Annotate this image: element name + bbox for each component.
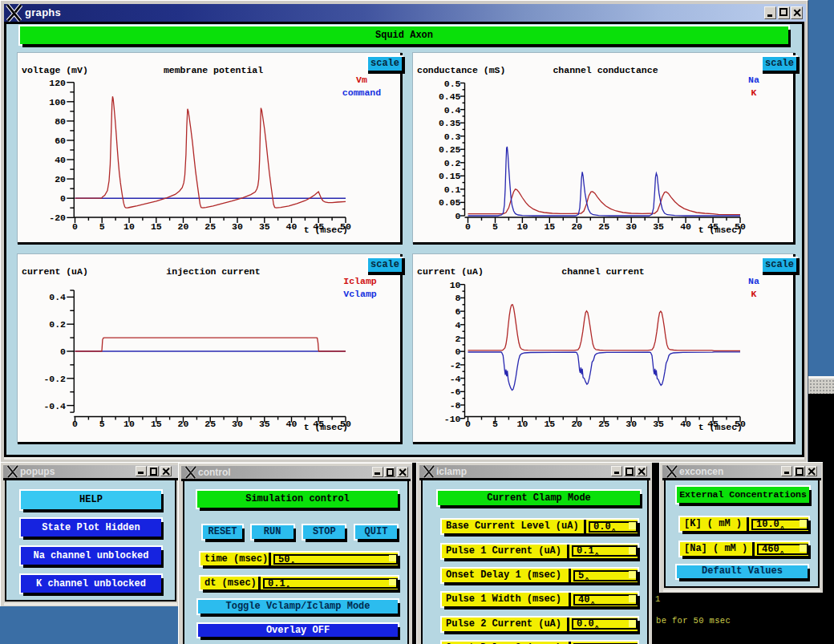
svg-text:0: 0 — [60, 346, 66, 357]
svg-text:20: 20 — [55, 174, 66, 184]
svg-text:-8: -8 — [450, 400, 461, 411]
svg-text:40: 40 — [680, 419, 691, 429]
svg-text:t (msec): t (msec) — [698, 225, 743, 235]
svg-text:0: 0 — [60, 193, 66, 204]
svg-text:25: 25 — [204, 221, 216, 232]
svg-text:0: 0 — [72, 419, 78, 429]
svg-text:voltage (mV): voltage (mV) — [22, 65, 88, 75]
svg-text:10: 10 — [516, 221, 528, 232]
svg-text:35: 35 — [259, 419, 270, 429]
svg-text:t (msec): t (msec) — [304, 225, 348, 235]
svg-text:35: 35 — [259, 221, 270, 232]
svg-text:25: 25 — [598, 419, 609, 429]
svg-text:-10: -10 — [444, 414, 461, 424]
svg-text:0: 0 — [455, 346, 461, 357]
svg-text:t (msec): t (msec) — [304, 422, 348, 432]
svg-text:0: 0 — [465, 221, 471, 232]
svg-text:10: 10 — [123, 221, 135, 232]
svg-text:Na: Na — [748, 276, 759, 286]
svg-text:40: 40 — [286, 221, 298, 232]
svg-text:channel conductance: channel conductance — [553, 65, 658, 75]
svg-text:20: 20 — [178, 221, 189, 232]
svg-text:30: 30 — [626, 221, 637, 232]
svg-text:10: 10 — [450, 280, 461, 290]
svg-text:120: 120 — [49, 78, 66, 88]
svg-text:30: 30 — [232, 419, 243, 429]
svg-text:current (uA): current (uA) — [417, 266, 484, 277]
svg-text:2: 2 — [455, 334, 461, 344]
svg-text:channel current: channel current — [561, 266, 645, 277]
svg-text:30: 30 — [626, 419, 637, 429]
svg-text:15: 15 — [151, 419, 162, 429]
svg-text:0: 0 — [465, 419, 471, 429]
svg-text:10: 10 — [123, 419, 135, 429]
svg-text:10: 10 — [516, 419, 528, 429]
svg-text:0.4: 0.4 — [49, 292, 66, 302]
svg-text:6: 6 — [455, 306, 461, 317]
svg-text:K: K — [751, 289, 757, 299]
svg-text:0: 0 — [455, 211, 461, 221]
svg-text:40: 40 — [680, 221, 691, 232]
svg-text:K: K — [751, 87, 757, 98]
svg-text:35: 35 — [653, 221, 664, 232]
svg-text:40: 40 — [286, 419, 298, 429]
svg-text:15: 15 — [544, 419, 555, 429]
svg-text:0.2: 0.2 — [49, 319, 66, 330]
svg-text:Iclamp: Iclamp — [343, 276, 377, 286]
svg-text:0.25: 0.25 — [439, 144, 461, 155]
svg-text:current (uA): current (uA) — [22, 266, 88, 277]
svg-text:-4: -4 — [450, 374, 461, 384]
svg-text:5: 5 — [99, 419, 105, 429]
svg-text:4: 4 — [455, 320, 461, 330]
svg-text:5: 5 — [99, 221, 105, 232]
svg-text:20: 20 — [178, 419, 189, 429]
svg-text:0: 0 — [72, 221, 78, 232]
svg-text:35: 35 — [653, 419, 664, 429]
svg-text:command: command — [342, 87, 381, 98]
svg-text:25: 25 — [598, 221, 609, 232]
svg-text:0.3: 0.3 — [444, 132, 461, 142]
svg-text:-6: -6 — [450, 387, 461, 397]
svg-text:80: 80 — [55, 116, 66, 127]
svg-text:0.45: 0.45 — [439, 91, 461, 102]
svg-text:40: 40 — [55, 155, 66, 165]
svg-text:15: 15 — [151, 221, 162, 232]
svg-text:conductance (mS): conductance (mS) — [417, 65, 505, 75]
svg-text:Vclamp: Vclamp — [343, 289, 377, 299]
svg-text:30: 30 — [232, 221, 243, 232]
svg-text:0.15: 0.15 — [439, 171, 461, 181]
svg-text:5: 5 — [492, 221, 498, 232]
svg-text:15: 15 — [544, 221, 555, 232]
svg-text:-2: -2 — [450, 360, 461, 371]
svg-text:t (msec): t (msec) — [698, 422, 743, 432]
svg-text:0.35: 0.35 — [439, 118, 461, 128]
svg-text:0.05: 0.05 — [439, 197, 461, 208]
svg-text:0.2: 0.2 — [444, 158, 461, 168]
svg-text:-0.2: -0.2 — [43, 374, 66, 384]
svg-text:8: 8 — [455, 293, 461, 303]
svg-text:0.1: 0.1 — [444, 184, 461, 195]
svg-text:60: 60 — [55, 136, 66, 146]
svg-text:Vm: Vm — [356, 75, 367, 85]
svg-text:20: 20 — [571, 419, 582, 429]
svg-text:0.4: 0.4 — [444, 105, 461, 115]
svg-text:20: 20 — [571, 221, 582, 232]
svg-text:5: 5 — [492, 419, 498, 429]
svg-text:25: 25 — [204, 419, 216, 429]
svg-text:-0.4: -0.4 — [43, 401, 66, 411]
svg-text:membrane potential: membrane potential — [164, 65, 263, 75]
svg-text:injection current: injection current — [166, 266, 260, 277]
svg-text:-20: -20 — [49, 213, 66, 223]
svg-text:100: 100 — [49, 97, 66, 107]
svg-text:Na: Na — [748, 75, 759, 85]
svg-text:0.5: 0.5 — [444, 79, 461, 89]
